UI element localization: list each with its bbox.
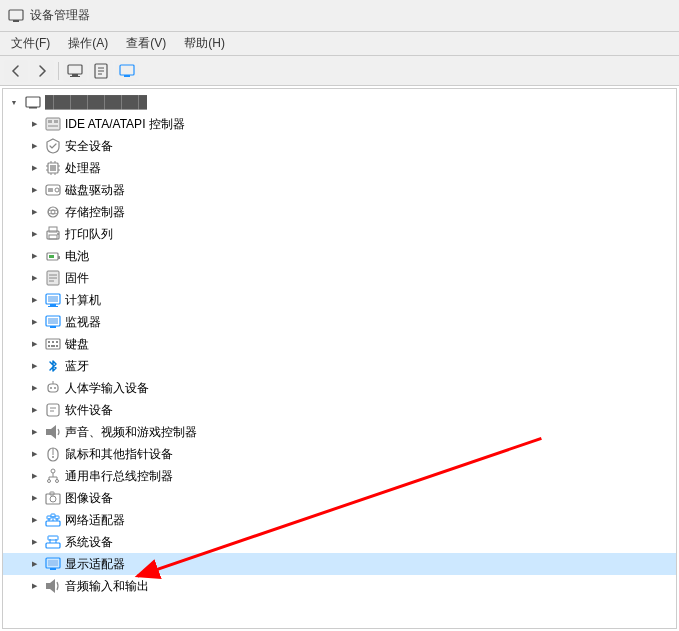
network-label: 网络适配器	[65, 512, 125, 529]
ide-label: IDE ATA/ATAPI 控制器	[65, 116, 185, 133]
keyboard-label: 键盘	[65, 336, 89, 353]
svg-rect-58	[48, 384, 58, 392]
list-item[interactable]: 音频输入和输出	[3, 575, 676, 597]
toolbar-monitor[interactable]	[115, 60, 139, 82]
svg-point-69	[51, 469, 55, 473]
svg-rect-52	[48, 341, 50, 343]
expand-keyboard	[27, 337, 41, 351]
svg-rect-50	[48, 318, 58, 324]
keyboard-icon	[44, 335, 62, 353]
svg-rect-86	[46, 543, 60, 548]
svg-rect-3	[72, 74, 78, 76]
software-label: 软件设备	[65, 402, 113, 419]
main-content: ████████████ IDE ATA/ATAPI 控制器	[0, 86, 679, 631]
toolbar	[0, 56, 679, 86]
toolbar-forward[interactable]	[30, 60, 54, 82]
svg-point-77	[50, 496, 56, 502]
menu-bar: 文件(F) 操作(A) 查看(V) 帮助(H)	[0, 32, 679, 56]
ide-icon	[44, 115, 62, 133]
expand-disk	[27, 183, 41, 197]
tree-panel[interactable]: ████████████ IDE ATA/ATAPI 控制器	[2, 88, 677, 629]
menu-help[interactable]: 帮助(H)	[177, 32, 232, 55]
list-item[interactable]: 通用串行总线控制器	[3, 465, 676, 487]
svg-point-32	[48, 210, 58, 214]
toolbar-back[interactable]	[4, 60, 28, 82]
svg-rect-2	[68, 65, 82, 74]
svg-rect-92	[48, 560, 58, 566]
list-item[interactable]: 图像设备	[3, 487, 676, 509]
svg-rect-38	[58, 256, 60, 259]
display-icon	[44, 555, 62, 573]
list-item[interactable]: 网络适配器	[3, 509, 676, 531]
monitor-label: 监视器	[65, 314, 101, 331]
list-item[interactable]: 声音、视频和游戏控制器	[3, 421, 676, 443]
battery-label: 电池	[65, 248, 89, 265]
svg-rect-35	[49, 235, 57, 239]
expand-sound	[27, 425, 41, 439]
computer-icon	[44, 291, 62, 309]
expand-mouse	[27, 447, 41, 461]
root-label: ████████████	[45, 95, 147, 109]
mouse-icon	[44, 445, 62, 463]
svg-rect-62	[47, 404, 59, 416]
serial-icon	[44, 467, 62, 485]
svg-rect-46	[48, 306, 58, 307]
list-item[interactable]: 蓝牙	[3, 355, 676, 377]
list-item[interactable]: 处理器	[3, 157, 676, 179]
tree-root-item[interactable]: ████████████	[3, 91, 676, 113]
svg-point-75	[56, 480, 59, 483]
security-icon	[44, 137, 62, 155]
storage-label: 存储控制器	[65, 204, 125, 221]
list-item[interactable]: 打印队列	[3, 223, 676, 245]
display-label: 显示适配器	[65, 556, 125, 573]
list-item[interactable]: 软件设备	[3, 399, 676, 421]
toolbar-computer[interactable]	[63, 60, 87, 82]
list-item[interactable]: 人体学输入设备	[3, 377, 676, 399]
list-item[interactable]: 监视器	[3, 311, 676, 333]
system-icon	[44, 533, 62, 551]
hid-label: 人体学输入设备	[65, 380, 149, 397]
sound-label: 声音、视频和游戏控制器	[65, 424, 197, 441]
svg-rect-93	[46, 583, 50, 589]
list-item[interactable]: 存储控制器	[3, 201, 676, 223]
list-item[interactable]: 显示适配器	[3, 553, 676, 575]
list-item[interactable]: 磁盘驱动器	[3, 179, 676, 201]
expand-system	[27, 535, 41, 549]
bluetooth-icon	[44, 357, 62, 375]
title-bar: 设备管理器	[0, 0, 679, 32]
expand-computer	[27, 293, 41, 307]
audio-icon	[44, 577, 62, 595]
mouse-label: 鼠标和其他指针设备	[65, 446, 173, 463]
list-item[interactable]: 系统设备	[3, 531, 676, 553]
svg-rect-12	[29, 107, 37, 109]
expand-battery	[27, 249, 41, 263]
list-item[interactable]: 计算机	[3, 289, 676, 311]
menu-file[interactable]: 文件(F)	[4, 32, 57, 55]
expand-security	[27, 139, 41, 153]
list-item[interactable]: 电池	[3, 245, 676, 267]
expand-software	[27, 403, 41, 417]
svg-point-61	[54, 387, 56, 389]
svg-rect-56	[51, 345, 55, 347]
list-item[interactable]: IDE ATA/ATAPI 控制器	[3, 113, 676, 135]
expand-display	[27, 557, 41, 571]
list-item[interactable]: 键盘	[3, 333, 676, 355]
svg-rect-84	[47, 516, 51, 519]
list-item[interactable]: 安全设备	[3, 135, 676, 157]
toolbar-properties[interactable]	[89, 60, 113, 82]
svg-rect-53	[52, 341, 54, 343]
sound-icon	[44, 423, 62, 441]
firmware-label: 固件	[65, 270, 89, 287]
svg-rect-47	[48, 296, 58, 302]
menu-action[interactable]: 操作(A)	[61, 32, 115, 55]
svg-rect-0	[9, 10, 23, 20]
svg-point-74	[48, 480, 51, 483]
svg-rect-11	[26, 97, 40, 107]
list-item[interactable]: 鼠标和其他指针设备	[3, 443, 676, 465]
print-label: 打印队列	[65, 226, 113, 243]
print-icon	[44, 225, 62, 243]
list-item[interactable]: 固件	[3, 267, 676, 289]
svg-rect-15	[54, 120, 58, 123]
svg-rect-57	[56, 345, 58, 347]
menu-view[interactable]: 查看(V)	[119, 32, 173, 55]
